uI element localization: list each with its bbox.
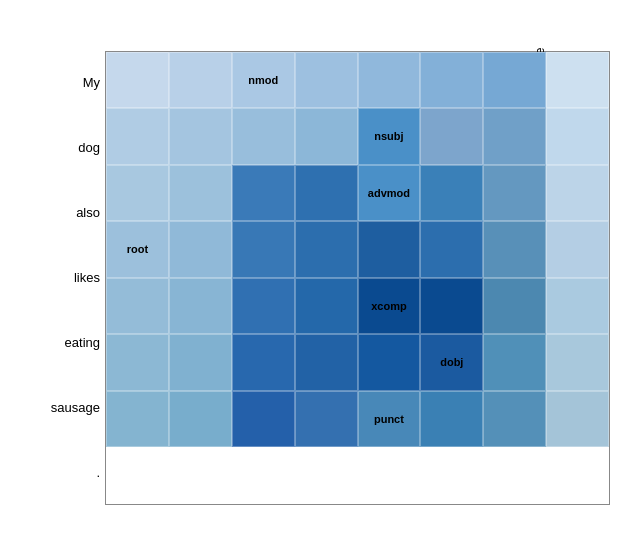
cell-4-3 bbox=[295, 278, 358, 335]
cell-5-0 bbox=[106, 334, 169, 391]
y-label-6: . bbox=[50, 440, 105, 505]
cell-label-5-5: dobj bbox=[440, 356, 463, 368]
y-label-5: sausage bbox=[50, 375, 105, 440]
cell-4-2 bbox=[232, 278, 295, 335]
cell-1-7 bbox=[546, 108, 609, 165]
cell-1-6 bbox=[483, 108, 546, 165]
cell-0-7 bbox=[546, 52, 609, 109]
cell-1-5 bbox=[420, 108, 483, 165]
cell-6-4: punct bbox=[358, 391, 421, 448]
chart-area: Mydogalsolikeseatingsausage. [root]Mydog… bbox=[30, 15, 610, 505]
cell-2-4: advmod bbox=[358, 165, 421, 222]
cell-5-3 bbox=[295, 334, 358, 391]
cell-1-2 bbox=[232, 108, 295, 165]
cell-2-2 bbox=[232, 165, 295, 222]
cell-label-4-4: xcomp bbox=[371, 300, 406, 312]
cell-4-4: xcomp bbox=[358, 278, 421, 335]
cell-3-7 bbox=[546, 221, 609, 278]
y-label-2: also bbox=[50, 180, 105, 245]
cell-2-3 bbox=[295, 165, 358, 222]
cell-2-7 bbox=[546, 165, 609, 222]
cell-2-0 bbox=[106, 165, 169, 222]
cell-label-1-4: nsubj bbox=[374, 130, 403, 142]
cell-0-0 bbox=[106, 52, 169, 109]
cell-4-6 bbox=[483, 278, 546, 335]
cell-5-5: dobj bbox=[420, 334, 483, 391]
cell-5-7 bbox=[546, 334, 609, 391]
chart-container: Mydogalsolikeseatingsausage. [root]Mydog… bbox=[30, 11, 610, 531]
cell-0-5 bbox=[420, 52, 483, 109]
cell-4-7 bbox=[546, 278, 609, 335]
y-label-3: likes bbox=[50, 245, 105, 310]
cell-0-1 bbox=[169, 52, 232, 109]
cell-3-3 bbox=[295, 221, 358, 278]
cell-6-6 bbox=[483, 391, 546, 448]
heatmap-grid: nmodnsubjadvmodrootxcompdobjpunct bbox=[105, 51, 610, 505]
grid-section: [root]Mydogalsolikeseatingsausage. nmodn… bbox=[105, 15, 610, 505]
cell-label-3-0: root bbox=[127, 243, 148, 255]
cell-1-3 bbox=[295, 108, 358, 165]
y-label-0: My bbox=[50, 51, 105, 116]
cell-5-4 bbox=[358, 334, 421, 391]
y-row-labels: Mydogalsolikeseatingsausage. bbox=[50, 15, 105, 505]
cell-1-1 bbox=[169, 108, 232, 165]
cell-3-1 bbox=[169, 221, 232, 278]
cell-6-1 bbox=[169, 391, 232, 448]
cell-6-7 bbox=[546, 391, 609, 448]
cell-5-1 bbox=[169, 334, 232, 391]
cell-3-5 bbox=[420, 221, 483, 278]
cell-1-0 bbox=[106, 108, 169, 165]
x-row-labels: [root]Mydogalsolikeseatingsausage. bbox=[105, 15, 610, 51]
cell-6-3 bbox=[295, 391, 358, 448]
cell-2-1 bbox=[169, 165, 232, 222]
cell-6-0 bbox=[106, 391, 169, 448]
cell-5-2 bbox=[232, 334, 295, 391]
y-label-1: dog bbox=[50, 115, 105, 180]
cell-3-2 bbox=[232, 221, 295, 278]
cell-3-6 bbox=[483, 221, 546, 278]
cell-label-2-4: advmod bbox=[368, 187, 410, 199]
cell-label-6-4: punct bbox=[374, 413, 404, 425]
y-axis-label bbox=[30, 15, 48, 505]
cell-6-5 bbox=[420, 391, 483, 448]
cell-0-4 bbox=[358, 52, 421, 109]
cell-3-0: root bbox=[106, 221, 169, 278]
cell-4-5 bbox=[420, 278, 483, 335]
cell-5-6 bbox=[483, 334, 546, 391]
cell-4-0 bbox=[106, 278, 169, 335]
cell-0-6 bbox=[483, 52, 546, 109]
cell-6-2 bbox=[232, 391, 295, 448]
cell-1-4: nsubj bbox=[358, 108, 421, 165]
cell-3-4 bbox=[358, 221, 421, 278]
cell-0-2: nmod bbox=[232, 52, 295, 109]
y-label-4: eating bbox=[50, 310, 105, 375]
cell-2-6 bbox=[483, 165, 546, 222]
cell-0-3 bbox=[295, 52, 358, 109]
cell-4-1 bbox=[169, 278, 232, 335]
cell-label-0-2: nmod bbox=[248, 74, 278, 86]
cell-2-5 bbox=[420, 165, 483, 222]
